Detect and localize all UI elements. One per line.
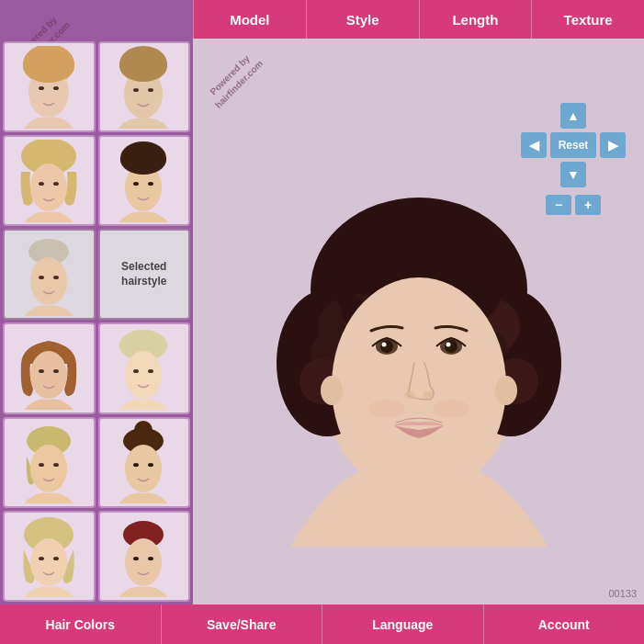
svg-point-24 (39, 369, 44, 373)
hairstyle-sidebar: Selected hairstyle (0, 39, 193, 604)
top-navigation: Powered by hairfinder.com Model Style Le… (0, 0, 644, 39)
tab-texture[interactable]: Texture (531, 0, 644, 39)
svg-point-70 (381, 343, 386, 347)
bottom-navigation: Hair Colors Save/Share Language Account (0, 604, 644, 644)
move-down-button[interactable]: ▼ (560, 162, 586, 187)
reset-button[interactable]: Reset (550, 132, 596, 158)
svg-point-77 (321, 376, 343, 405)
svg-point-42 (53, 557, 59, 560)
svg-point-9 (148, 88, 153, 92)
svg-point-18 (148, 182, 153, 186)
preview-area: Powered by hairfinder.com ▲ ◀ Reset ▶ ▼ … (193, 39, 644, 604)
svg-point-17 (133, 182, 139, 186)
svg-point-36 (125, 445, 162, 492)
svg-point-22 (53, 276, 59, 279)
move-up-button[interactable]: ▲ (560, 103, 586, 129)
svg-point-45 (133, 557, 139, 560)
list-item[interactable] (3, 135, 96, 226)
list-item[interactable] (98, 41, 191, 132)
list-item[interactable] (98, 135, 191, 226)
svg-point-8 (133, 88, 139, 92)
svg-point-46 (148, 557, 153, 560)
nav-account[interactable]: Account (484, 604, 645, 644)
svg-point-12 (39, 182, 44, 186)
nav-language[interactable]: Language (322, 604, 484, 644)
list-item[interactable] (3, 417, 96, 508)
svg-point-13 (53, 182, 59, 186)
tab-style[interactable]: Style (306, 0, 419, 39)
svg-point-41 (39, 557, 44, 560)
zoom-in-button[interactable]: + (575, 195, 601, 215)
svg-point-44 (125, 538, 162, 586)
svg-point-32 (39, 463, 44, 467)
svg-point-25 (53, 369, 59, 373)
svg-point-78 (495, 376, 517, 405)
thumbnail-face (109, 140, 178, 222)
thumbnail-face (15, 46, 84, 129)
preview-watermark-text: Powered by hairfinder.com (203, 49, 266, 112)
image-id: 00133 (608, 588, 637, 599)
svg-point-40 (30, 538, 67, 586)
thumbnail-face (109, 327, 178, 410)
move-right-button[interactable]: ▶ (600, 132, 626, 158)
list-item[interactable] (98, 511, 191, 602)
nav-row-up: ▲ (560, 103, 586, 129)
preview-watermark: Powered by hairfinder.com (193, 39, 276, 121)
nav-hair-colors[interactable]: Hair Colors (0, 604, 162, 644)
thumbnail-face (109, 46, 178, 129)
thumbnail-face (109, 514, 178, 597)
svg-point-3 (39, 86, 44, 90)
svg-point-16 (120, 145, 166, 175)
svg-point-79 (368, 400, 405, 418)
thumbnail-face (15, 140, 84, 222)
zoom-out-button[interactable]: − (546, 195, 571, 215)
svg-point-23 (30, 351, 67, 399)
svg-point-28 (133, 369, 139, 373)
svg-point-69 (380, 340, 393, 353)
nav-row-middle: ◀ Reset ▶ (521, 132, 626, 158)
position-controls: ▲ ◀ Reset ▶ ▼ − + (521, 103, 626, 215)
svg-point-73 (445, 340, 458, 353)
svg-point-75 (404, 391, 415, 399)
svg-point-29 (148, 369, 153, 373)
svg-point-31 (30, 445, 67, 492)
tab-model[interactable]: Model (193, 0, 306, 39)
move-left-button[interactable]: ◀ (521, 132, 547, 158)
svg-point-4 (53, 86, 59, 90)
selected-label: Selected hairstyle (121, 260, 166, 288)
svg-point-11 (30, 164, 67, 211)
thumbnail-face (15, 327, 84, 410)
svg-point-80 (433, 400, 469, 418)
list-item[interactable] (3, 511, 96, 602)
list-item[interactable] (3, 229, 96, 320)
svg-point-66 (332, 277, 506, 494)
svg-point-37 (133, 463, 139, 467)
svg-point-7 (119, 51, 167, 82)
tab-length[interactable]: Length (419, 0, 532, 39)
svg-point-21 (39, 276, 44, 279)
list-item[interactable] (98, 322, 191, 413)
svg-point-27 (125, 351, 162, 399)
list-item[interactable] (98, 417, 191, 508)
svg-point-76 (423, 391, 434, 399)
svg-point-2 (23, 50, 74, 83)
thumbnail-face (15, 514, 84, 597)
zoom-controls: − + (546, 195, 601, 215)
thumbnail-face (15, 233, 84, 316)
svg-point-33 (53, 463, 59, 467)
svg-point-20 (30, 257, 67, 305)
nav-row-down: ▼ (560, 162, 586, 187)
list-item[interactable] (3, 322, 96, 413)
top-nav-spacer: Powered by hairfinder.com (0, 0, 193, 39)
selected-hairstyle-item[interactable]: Selected hairstyle (98, 229, 191, 320)
main-area: Selected hairstyle (0, 39, 644, 604)
svg-point-74 (446, 343, 450, 347)
svg-point-38 (148, 463, 153, 467)
list-item[interactable] (3, 41, 96, 132)
thumbnail-face (109, 421, 178, 503)
nav-save-share[interactable]: Save/Share (162, 604, 323, 644)
thumbnail-face (15, 421, 84, 503)
